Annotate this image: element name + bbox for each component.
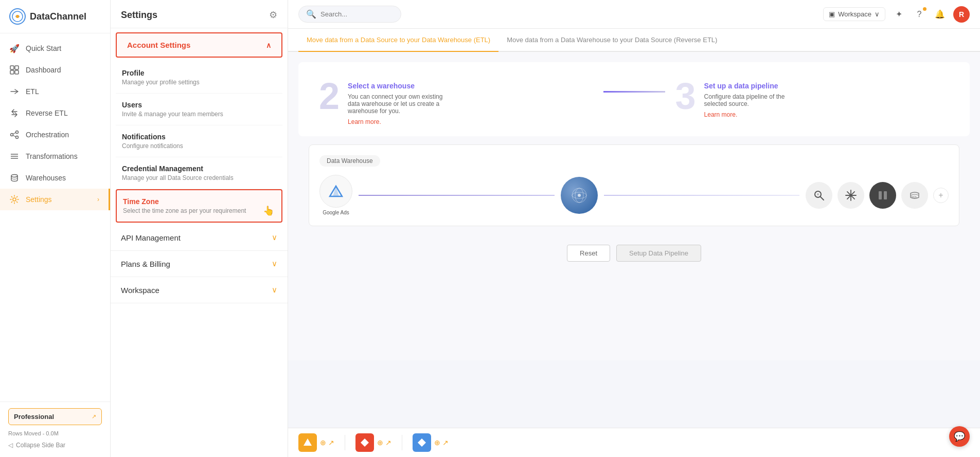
sidebar-item-settings[interactable]: Settings › — [0, 189, 110, 210]
flow-line-left — [359, 195, 555, 196]
settings-item-profile[interactable]: Profile Manage your profile settings — [116, 62, 282, 94]
step-3: 3 Set up a data pipeline Configure data … — [665, 67, 960, 129]
sidebar-nav: 🚀 Quick Start Dashboard ETL Reverse ETL — [0, 33, 110, 401]
etl-icon — [9, 86, 20, 97]
bottom-connector-3-external-icon[interactable]: ↗ — [442, 438, 449, 447]
settings-item-credential-management[interactable]: Credential Management Manage your all Da… — [116, 157, 282, 189]
settings-panel: Settings ⚙ Account Settings ∧ Profile Ma… — [111, 0, 288, 457]
svg-rect-4 — [10, 70, 14, 74]
bottom-connector-3-icon — [413, 433, 431, 452]
step-3-learn-link[interactable]: Learn more. — [704, 111, 738, 118]
workspace-selector[interactable]: ▣ Workspace ∨ — [823, 7, 885, 21]
setup-data-pipeline-button[interactable]: Setup Data Pipeline — [616, 245, 701, 262]
account-settings-chevron-icon: ∧ — [266, 41, 271, 49]
profile-title: Profile — [122, 69, 276, 77]
avatar[interactable]: R — [953, 6, 970, 23]
plan-external-icon[interactable]: ↗ — [92, 413, 96, 420]
bottom-connector-2-external-icon[interactable]: ↗ — [385, 438, 391, 447]
workspace-selector-label: Workspace — [838, 10, 871, 18]
sidebar-item-transformations[interactable]: Transformations — [0, 145, 110, 167]
tab-retl[interactable]: Move data from a Data Warehouse to your … — [498, 29, 725, 52]
svg-text:SQL: SQL — [911, 195, 918, 198]
bottom-connector-1-add-icon[interactable]: ⊕ — [320, 438, 326, 447]
tab-etl[interactable]: Move data from a Data Source to your Dat… — [298, 29, 498, 52]
settings-icon — [9, 194, 20, 205]
sidebar-item-quick-start[interactable]: 🚀 Quick Start — [0, 38, 110, 59]
rocket-icon: 🚀 — [9, 43, 20, 53]
help-icon[interactable]: ? — [912, 7, 926, 22]
sidebar-footer: Professional ↗ Rows Moved - 0.0M ◁ Colla… — [0, 401, 110, 457]
api-management-label: API Management — [121, 233, 181, 242]
svg-point-24 — [817, 193, 819, 195]
svg-rect-5 — [15, 70, 19, 74]
svg-point-14 — [11, 175, 17, 177]
settings-item-users[interactable]: Users Invite & manage your team members — [116, 94, 282, 125]
step-3-desc: Configure data pipeline of the selected … — [704, 93, 807, 107]
warehouse-box: Data Warehouse Google Ads — [309, 144, 959, 226]
api-management-chevron-icon: ∨ — [272, 233, 277, 242]
svg-point-21 — [578, 194, 581, 197]
step-3-content: Set up a data pipeline Configure data pi… — [704, 78, 807, 119]
step-2-title: Select a warehouse — [348, 82, 451, 90]
bigquery-icon[interactable] — [806, 182, 832, 209]
pipeline-content: 2 Select a warehouse You can connect you… — [288, 52, 980, 360]
sidebar-item-warehouses[interactable]: Warehouses — [0, 167, 110, 189]
flow-line-right — [604, 195, 800, 196]
workspace-group[interactable]: Workspace ∨ — [111, 277, 288, 303]
svg-line-9 — [13, 133, 16, 134]
topbar-actions: ▣ Workspace ∨ ✦ ? 🔔 R — [823, 6, 970, 23]
topbar: 🔍 ▣ Workspace ∨ ✦ ? 🔔 R — [288, 0, 980, 29]
bottom-connector-1-external-icon[interactable]: ↗ — [328, 438, 334, 447]
step-2-learn-link[interactable]: Learn more. — [348, 118, 381, 125]
workspace-chevron-icon: ∨ — [875, 10, 880, 18]
svg-point-8 — [16, 136, 19, 139]
step-2-content: Select a warehouse You can connect your … — [348, 78, 451, 126]
api-management-group[interactable]: API Management ∨ — [111, 225, 288, 251]
chat-button[interactable]: 💬 — [949, 426, 970, 447]
bottom-connector-2-add-icon[interactable]: ⊕ — [377, 438, 383, 447]
actions-row: Reset Setup Data Pipeline — [298, 236, 970, 270]
step-2: 2 Select a warehouse You can connect you… — [309, 67, 603, 136]
settings-gear-icon[interactable]: ⚙ — [269, 9, 277, 21]
workspace-icon: ▣ — [829, 10, 835, 18]
add-warehouse-button[interactable]: + — [933, 188, 949, 203]
collapse-sidebar-button[interactable]: ◁ Collapse Side Bar — [8, 440, 102, 451]
svg-marker-33 — [304, 438, 312, 446]
account-settings-header[interactable]: Account Settings ∧ — [116, 32, 282, 58]
ai-sparkle-icon[interactable]: ✦ — [892, 7, 906, 22]
mysql-icon[interactable]: SQL — [901, 182, 928, 209]
account-settings-label: Account Settings — [127, 41, 190, 49]
content-area: Move data from a Data Source to your Dat… — [288, 29, 980, 428]
redshift-icon[interactable] — [869, 182, 896, 209]
plans-billing-group[interactable]: Plans & Billing ∨ — [111, 251, 288, 277]
warehouses-icon — [9, 173, 20, 183]
sidebar-item-reverse-etl[interactable]: Reverse ETL — [0, 102, 110, 124]
sidebar-item-etl[interactable]: ETL — [0, 81, 110, 102]
notification-bell-icon[interactable]: 🔔 — [933, 7, 947, 22]
rows-moved-label: Rows Moved - 0.0M — [8, 429, 102, 440]
svg-rect-3 — [15, 66, 19, 69]
bottom-connector-2-icon — [355, 433, 374, 452]
google-ads-icon — [319, 175, 352, 208]
svg-point-7 — [16, 131, 19, 134]
search-input[interactable] — [320, 10, 393, 18]
snowflake-icon[interactable] — [838, 182, 864, 209]
sidebar-item-dashboard[interactable]: Dashboard — [0, 59, 110, 81]
collapse-icon: ◁ — [8, 442, 13, 449]
warehouse-label: Data Warehouse — [319, 155, 380, 167]
settings-item-time-zone[interactable]: Time Zone Select the time zone as per yo… — [116, 189, 282, 223]
connectors-row: Google Ads — [319, 175, 949, 215]
sidebar-item-orchestration[interactable]: Orchestration — [0, 124, 110, 145]
step-2-number: 2 — [319, 78, 340, 115]
search-box[interactable]: 🔍 — [298, 6, 401, 23]
reset-button[interactable]: Reset — [567, 245, 610, 262]
workspace-chevron-icon: ∨ — [272, 285, 277, 295]
settings-item-notifications[interactable]: Notifications Configure notifications — [116, 125, 282, 157]
logo-text: DataChannel — [30, 11, 86, 22]
svg-point-15 — [13, 198, 16, 201]
settings-panel-header: Settings ⚙ — [111, 0, 288, 28]
bottom-connector-3-add-icon[interactable]: ⊕ — [434, 438, 440, 447]
separator — [345, 435, 345, 450]
main-content: 🔍 ▣ Workspace ∨ ✦ ? 🔔 R Move data from a… — [288, 0, 980, 457]
bottom-bar: ⊕ ↗ ⊕ ↗ ⊕ ↗ — [288, 428, 980, 457]
